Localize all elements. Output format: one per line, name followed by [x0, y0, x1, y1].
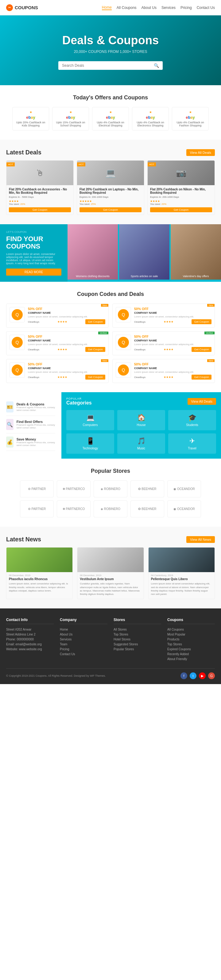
- store-card-10[interactable]: ◉ OCEANDOR: [167, 500, 201, 517]
- coupon-desc-4: Lorem ipsum dolor sit amet, consectetur …: [134, 343, 212, 346]
- footer-company-item-3[interactable]: Services: [60, 638, 107, 641]
- coupon-codes-title: Coupon Codes and Deals: [6, 291, 215, 298]
- coupon-get-btn-2[interactable]: Get Coupon: [191, 319, 212, 324]
- popular-left-item-1: 🎫 Deals & Coupons Praesent agetis Primus…: [6, 398, 55, 416]
- nav-services[interactable]: Services: [161, 6, 175, 10]
- offer-desc-5: Upto 4% Cashback on Fashion Shopping: [175, 121, 205, 127]
- footer-company-item-4[interactable]: Team: [60, 643, 107, 646]
- cat-house[interactable]: 🏠 House: [117, 410, 165, 430]
- store-card-7[interactable]: ❋ PARTNERCO: [57, 500, 90, 517]
- deal-title-2: Flat 20% Cashback on Laptops - No Min, B…: [79, 188, 142, 194]
- store-card-4[interactable]: ❂ BEEHNER: [131, 480, 164, 497]
- coupon-logo-5: Q: [9, 362, 25, 378]
- footer-bottom: © Copyright 2019-2021 Coupons. All Right…: [6, 668, 215, 679]
- latest-deals-section: Latest Deals View All Deals 🖱 HOT Flat 2…: [0, 140, 221, 224]
- store-card-9[interactable]: ❂ BEEHNER: [131, 500, 164, 517]
- popular-item-desc-1: Praesent agetis Primus ela, consey seml …: [17, 406, 55, 412]
- deal-info-3: Flat 20% Cashback on Nikon - No Min, Boo…: [148, 185, 215, 215]
- nav-home[interactable]: Home: [102, 5, 112, 10]
- get-coupon-2[interactable]: Get Coupon: [79, 207, 142, 212]
- find-img-2: Sports articles on sale: [119, 224, 169, 282]
- coupon-content-4: 50% OFF COMPANY NAME Lorem ipsum dolor s…: [134, 335, 212, 352]
- footer-coupons-item-5[interactable]: Expired Coupons: [167, 648, 215, 651]
- twitter-icon[interactable]: t: [190, 672, 196, 679]
- cat-music[interactable]: 🎵 Music: [117, 433, 165, 454]
- get-coupon-1[interactable]: Get Coupon: [9, 207, 71, 212]
- coupon-content-1: 50% OFF COMPANY NAME Lorem ipsum dolor s…: [28, 307, 105, 324]
- store-card-1[interactable]: ⚙ PARTNER: [20, 480, 54, 497]
- nav-contact[interactable]: Contact Us: [197, 6, 215, 10]
- view-all-deals-cats-button[interactable]: View All Deals: [188, 398, 216, 405]
- find-read-more-button[interactable]: READ MORE: [6, 269, 62, 275]
- youtube-icon[interactable]: ▶: [199, 672, 206, 679]
- footer-coupons-item-2[interactable]: Most Popular: [167, 633, 215, 636]
- coupon-get-btn-5[interactable]: Get Coupon: [85, 375, 105, 380]
- footer-company-item-5[interactable]: Pricing: [60, 648, 107, 651]
- news-card-2: 06 December, 2019 Vestibulum Ante Ipsum …: [77, 547, 144, 599]
- deal-save-1: You save: 20%: [9, 203, 71, 205]
- footer-copyright: © Copyright 2019-2021 Coupons. All Right…: [6, 674, 106, 677]
- nav-all-coupons[interactable]: All Coupons: [117, 6, 137, 10]
- hero-section: Deals & Coupons 20,000+ COUPONS FROM 1,0…: [0, 15, 221, 85]
- store-card-8[interactable]: ◈ ROBINERO: [94, 500, 127, 517]
- coupon-get-btn-1[interactable]: Get Coupon: [85, 319, 105, 324]
- coupon-get-btn-6[interactable]: Get Coupon: [191, 375, 212, 380]
- footer-stores-item-3[interactable]: Hotel Stores: [114, 638, 161, 641]
- footer-stores-item-2[interactable]: Top Stores: [114, 633, 161, 636]
- nav-about[interactable]: About Us: [142, 6, 156, 10]
- deal-badge-3: HOT: [148, 162, 156, 166]
- search-input[interactable]: [62, 64, 154, 68]
- news-date-2: 06 December, 2019: [77, 572, 143, 578]
- header: ✂ COUPONS Home All Coupons About Us Serv…: [0, 0, 221, 15]
- coupon-badge-4: Verified: [204, 332, 215, 334]
- deal-info-1: Flat 20% Cashback on Accessories - No Mi…: [6, 185, 73, 215]
- facebook-icon[interactable]: f: [180, 672, 187, 679]
- footer-coupons-item-4[interactable]: Top Stores: [167, 643, 215, 646]
- coupon-get-btn-4[interactable]: Get Coupon: [191, 347, 212, 352]
- cat-computers-label: Computers: [70, 423, 110, 426]
- find-img-1: Womens clothing discounts: [68, 224, 118, 282]
- footer-company-title: Company: [60, 618, 107, 624]
- cat-technology[interactable]: 📱 Technology: [66, 433, 114, 454]
- cat-computers[interactable]: 💻 Computers: [66, 410, 114, 430]
- footer-company-item-1[interactable]: Home: [60, 628, 107, 631]
- coupon-get-btn-3[interactable]: Get Coupon: [85, 347, 105, 352]
- offer-stars-5: ★: [175, 110, 205, 114]
- footer-coupons-item-3[interactable]: Products: [167, 638, 215, 641]
- view-all-deals-button[interactable]: View All Deals: [186, 149, 215, 156]
- nav-pricing[interactable]: Pricing: [180, 6, 192, 10]
- footer-company-item-2[interactable]: About Us: [60, 633, 107, 636]
- coupon-logo-icon-1: Q: [12, 309, 23, 320]
- coupon-discount-1: 50% OFF: [28, 307, 105, 311]
- offer-desc-3: Upto 4% Cashback on Electrical Shopping: [95, 121, 126, 127]
- coupon-stars-2: ★★★★: [164, 320, 174, 323]
- coupon-logo-4: Q: [116, 335, 131, 350]
- footer-coupons-item-1[interactable]: All Coupons: [167, 628, 215, 631]
- footer-company-item-6[interactable]: Contact Us: [60, 652, 107, 656]
- news-grid: 06 December, 2019 Phasellus iaculis Rhon…: [6, 547, 215, 599]
- footer-stores-item-1[interactable]: All Stores: [114, 628, 161, 631]
- googleplus-icon[interactable]: G: [208, 672, 215, 679]
- coupon-logo-6: Q: [116, 362, 131, 378]
- store-card-6[interactable]: ⚙ PARTNER: [20, 500, 54, 517]
- find-coupons-section: LET'S COUPON FIND YOUR COUPONS Lorem ips…: [0, 224, 221, 282]
- footer-stores-item-4[interactable]: Suggested Stores: [114, 643, 161, 646]
- cat-students[interactable]: 🎓 Students: [168, 410, 216, 430]
- store-logo-4: ❂ BEEHNER: [138, 487, 156, 491]
- footer-coupons-item-6[interactable]: Recently Added: [167, 652, 215, 656]
- stores-grid: ⚙ PARTNER ❋ PARTNERCO ◈ ROBINERO ❂ BEEHN…: [6, 480, 215, 517]
- cat-travel[interactable]: ✈ Travel: [168, 433, 216, 454]
- view-all-news-button[interactable]: View All News: [186, 536, 215, 543]
- store-card-3[interactable]: ◈ ROBINERO: [94, 480, 127, 497]
- popular-item-title-2: Find Best Offers: [17, 420, 55, 423]
- popular-stores-title: Popular Stores: [6, 468, 215, 474]
- coupon-logo-icon-5: Q: [12, 364, 23, 375]
- footer-stores-item-5[interactable]: Popular Stores: [114, 648, 161, 651]
- news-card-1: 06 December, 2019 Phasellus iaculis Rhon…: [6, 547, 73, 599]
- footer-coupons-item-7[interactable]: About Friendly: [167, 657, 215, 661]
- get-coupon-3[interactable]: Get Coupon: [150, 207, 212, 212]
- offer-desc-1: Upto 20% Cashback on Kids Shopping: [16, 121, 46, 127]
- store-card-2[interactable]: ❋ PARTNERCO: [57, 480, 90, 497]
- store-card-5[interactable]: ◉ OCEANDOR: [167, 480, 201, 497]
- offer-brand-3: ebay: [95, 115, 126, 120]
